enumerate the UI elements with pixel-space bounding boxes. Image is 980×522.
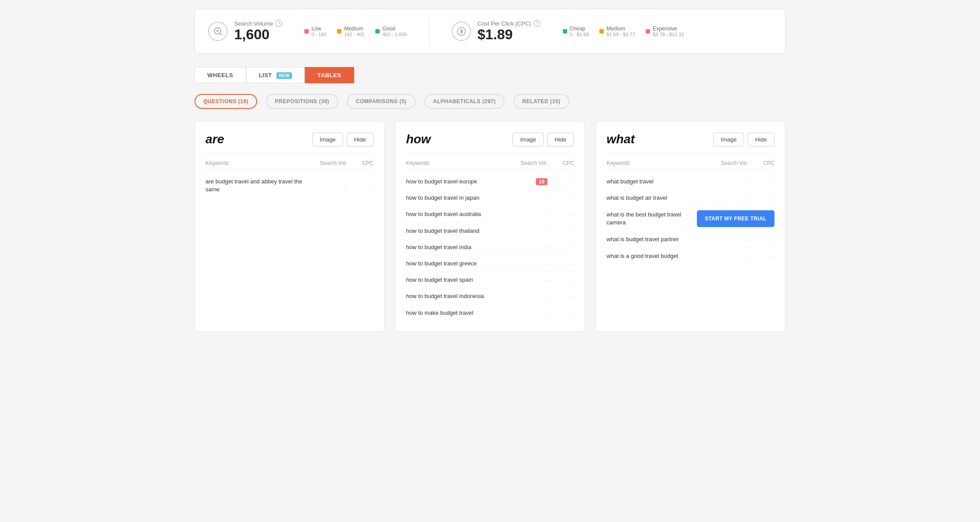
keyword-row-how-3: how to budget travel thailand - - [406,223,574,239]
card-what-divider [606,153,774,154]
col-vol-label-how: Search Vol. [512,160,547,166]
cpc-block: Cost Per Click (CPC) ? $1.89 [452,20,541,42]
kw-cpc-how-6: - [547,277,574,283]
start-free-trial-btn[interactable]: START MY FREE TRIAL [697,210,774,227]
kw-text-how-1: how to budget travel in japan [406,194,512,202]
kw-vol-how-1: - [512,195,547,201]
card-are-divider [206,153,374,154]
col-vol-label-are: Search Vol. [312,160,347,166]
card-are-header: are Image Hide [206,132,374,146]
cat-alphabeticals[interactable]: ALPHABETICALS (297) [424,94,505,109]
kw-vol-how-6: - [512,277,547,283]
kw-vol-how-0: 10 [512,178,547,185]
legend-cheap-dot [563,29,567,34]
kw-vol-what-0: - [713,179,748,185]
kw-vol-what-3: - [713,236,748,243]
kw-vol-how-3: - [512,227,547,234]
cat-related[interactable]: RELATED (15) [513,94,569,109]
card-what: what Image Hide Keywords Search Vol. CPC… [595,121,785,332]
col-keyword-label-are: Keywords [206,160,312,166]
cat-questions[interactable]: QUESTIONS (18) [195,94,257,109]
card-how-divider [406,153,574,154]
card-what-image-btn[interactable]: Image [713,133,744,146]
legend-expensive: Expensive $3.78 - $12.32 [646,26,684,37]
kw-cpc-how-1: - [547,195,574,201]
tab-wheels[interactable]: WHEELS [195,67,246,83]
page-container: Search Volume ? 1,600 Low 0 - 181 Medium… [181,0,799,341]
kw-text-how-0: how to budget travel europe [406,178,512,186]
cat-comparisons[interactable]: COMPARISONS (5) [347,94,415,109]
col-cpc-label-how: CPC [547,160,574,166]
search-volume-block: Search Volume ? 1,600 [208,20,282,42]
card-how-image-btn[interactable]: Image [512,133,543,146]
card-are-actions: Image Hide [312,133,374,146]
tab-nav: WHEELS LIST NEW TABLES [195,67,785,83]
card-how-header: how Image Hide [406,132,574,146]
legend-medium-vol: Medium 182 - 401 [337,26,364,37]
cat-prepositions[interactable]: PREPOSITIONS (39) [266,94,338,109]
cpc-label: Cost Per Click (CPC) ? [478,20,541,27]
svg-line-1 [220,33,221,35]
legend-expensive-dot [646,29,650,34]
legend-low: Low 0 - 181 [304,26,326,37]
card-are-hide-btn[interactable]: Hide [347,133,374,146]
card-how-hide-btn[interactable]: Hide [547,133,574,146]
col-keyword-label-what: Keywords [606,160,713,166]
kw-cpc-how-3: - [547,227,574,234]
cpc-value: $1.89 [478,27,541,42]
stats-divider [429,18,430,45]
kw-text-what-1: what is budget air travel [606,194,713,202]
kw-vol-what-4: - [713,253,748,259]
card-are: are Image Hide Keywords Search Vol. CPC … [195,121,385,332]
card-what-actions: Image Hide [713,133,774,146]
kw-cpc-what-0: - [748,179,774,185]
legend-medium-cpc: Medium $1.69 - $3.77 [599,26,635,37]
keyword-row-how-1: how to budget travel in japan - - [406,190,574,206]
card-what-hide-btn[interactable]: Hide [748,133,774,146]
tab-list[interactable]: LIST NEW [246,67,305,83]
col-cpc-label-what: CPC [748,160,774,166]
card-are-title: are [206,132,224,146]
keyword-row-what-2-cta: what is the best budget travel camera ST… [606,206,774,231]
card-how: how Image Hide Keywords Search Vol. CPC … [395,121,585,332]
card-are-table-header: Keywords Search Vol. CPC [206,160,374,170]
keyword-row-how-6: how to budget travel spain - - [406,272,574,288]
card-how-title: how [406,132,431,146]
search-volume-legend: Low 0 - 181 Medium 182 - 401 Good 402 - … [304,26,407,37]
search-volume-info: Search Volume ? 1,600 [234,20,282,42]
keyword-row-how-2: how to budget travel australia - - [406,206,574,223]
keyword-row-how-4: how to budget travel india - - [406,239,574,256]
kw-cpc-how-4: - [547,244,574,250]
kw-cpc-how-7: - [547,293,574,300]
legend-medium-vol-dot [337,29,341,34]
category-filters: QUESTIONS (18) PREPOSITIONS (39) COMPARI… [195,94,785,109]
vol-badge-how-0: 10 [536,178,547,185]
kw-text-how-7: how to budget travel indonesia [406,292,512,300]
cpc-help-icon[interactable]: ? [534,20,541,27]
kw-vol-what-1: - [713,195,748,201]
legend-cheap: Cheap 0 - $1.68 [563,26,589,37]
kw-text-how-2: how to budget travel australia [406,210,512,218]
kw-text-how-5: how to budget travel greece [406,260,512,268]
keyword-row-how-7: how to budget travel indonesia - - [406,288,574,305]
kw-text-what-4: what is a good travel budget [606,252,713,260]
col-cpc-label-are: CPC [347,160,374,166]
kw-cpc-are-0: - [347,183,374,189]
kw-vol-how-2: - [512,211,547,218]
kw-cpc-how-0: - [547,179,574,185]
col-vol-label-what: Search Vol. [713,160,748,166]
tab-tables[interactable]: TABLES [305,67,354,83]
kw-cpc-how-5: - [547,261,574,267]
keyword-row-how-8: how to make budget travel - - [406,305,574,321]
search-volume-help-icon[interactable]: ? [275,20,282,27]
kw-vol-how-7: - [512,293,547,300]
card-are-image-btn[interactable]: Image [312,133,343,146]
card-how-actions: Image Hide [512,133,574,146]
kw-cpc-how-2: - [547,211,574,218]
kw-text-what-0: what budget travel [606,178,713,186]
legend-good: Good 402 - 1,600 [375,26,407,37]
keyword-row-are-0: are budget travel and abbey travel the s… [206,174,374,198]
legend-medium-cpc-dot [599,29,604,34]
keyword-row-how-5: how to budget travel greece - - [406,256,574,272]
search-volume-icon [208,22,228,41]
